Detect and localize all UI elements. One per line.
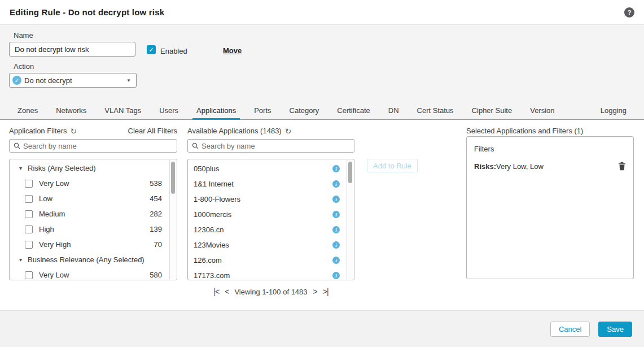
selected-filter-value: Very Low, Low <box>496 162 544 171</box>
tab-certificate[interactable]: Certificate <box>337 101 370 119</box>
applications-search-input[interactable] <box>201 142 350 150</box>
tab-cert-status[interactable]: Cert Status <box>417 101 454 119</box>
clear-all-filters-link[interactable]: Clear All Filters <box>128 127 177 135</box>
chevron-down-icon: ▾ <box>19 166 22 171</box>
tab-zones[interactable]: Zones <box>17 101 38 119</box>
tab-ports[interactable]: Ports <box>254 101 271 119</box>
selected-applications-panel: Selected Applications and Filters (1) Fi… <box>466 127 634 279</box>
list-item[interactable]: 1&1 Internet i <box>188 176 354 192</box>
checkbox[interactable] <box>25 271 33 279</box>
chevron-down-icon: ▾ <box>19 257 22 263</box>
applications-search-box <box>187 139 354 153</box>
refresh-icon[interactable]: ↻ <box>285 127 292 135</box>
last-page-button[interactable]: >| <box>323 287 328 296</box>
name-label: Name <box>14 31 33 40</box>
tab-cipher-suite[interactable]: Cipher Suite <box>472 101 512 119</box>
tab-vlan-tags[interactable]: VLAN Tags <box>104 101 141 119</box>
action-label: Action <box>14 62 34 71</box>
application-filters-title: Application Filters <box>9 127 67 135</box>
filter-count: 580 <box>150 271 162 279</box>
filter-item-low: Low 454 <box>10 191 177 206</box>
scrollbar[interactable] <box>347 160 353 279</box>
tab-version[interactable]: Version <box>530 101 554 119</box>
filter-count: 282 <box>150 210 162 218</box>
dialog-footer: Cancel Save <box>0 310 644 347</box>
filter-item-medium: Medium 282 <box>10 206 177 222</box>
info-icon[interactable]: i <box>332 211 340 218</box>
trash-icon[interactable] <box>618 162 626 171</box>
filter-group-risks[interactable]: ▾ Risks (Any Selected) <box>10 161 177 176</box>
tab-logging[interactable]: Logging <box>601 101 627 119</box>
filter-count: 538 <box>150 179 162 188</box>
info-icon[interactable]: i <box>332 196 340 203</box>
filter-count: 454 <box>150 194 162 203</box>
scrollbar-thumb[interactable] <box>171 162 175 194</box>
list-item[interactable]: 050plus i <box>188 161 354 176</box>
enabled-label: Enabled <box>160 47 187 55</box>
available-applications-title: Available Applications (1483) <box>187 127 282 135</box>
scrollbar-thumb[interactable] <box>348 162 352 183</box>
first-page-button[interactable]: |< <box>213 287 219 296</box>
filter-item-very-high: Very High 70 <box>10 237 177 252</box>
tab-applications[interactable]: Applications <box>196 101 236 119</box>
help-icon[interactable]: ? <box>624 7 634 18</box>
selected-applications-title: Selected Applications and Filters (1) <box>466 127 583 135</box>
filters-search-box <box>9 139 177 153</box>
rule-tabs: Zones Networks VLAN Tags Users Applicati… <box>0 101 644 119</box>
save-button[interactable]: Save <box>598 322 632 337</box>
add-to-rule-button[interactable]: Add to Rule <box>367 159 418 172</box>
application-filters-panel: Application Filters ↻ Clear All Filters … <box>9 127 177 280</box>
checkbox[interactable] <box>25 210 33 218</box>
list-item[interactable]: 1000mercis i <box>188 207 354 222</box>
tab-users[interactable]: Users <box>159 101 178 119</box>
dialog-title: Editing Rule - Do not decrypt low risk <box>10 7 164 17</box>
tab-networks[interactable]: Networks <box>56 101 86 119</box>
enabled-checkbox[interactable]: ✓ <box>147 45 156 54</box>
info-icon[interactable]: i <box>332 226 340 233</box>
list-item[interactable]: 126.com i <box>188 253 354 268</box>
info-icon[interactable]: i <box>332 180 340 188</box>
checkbox[interactable] <box>25 195 33 203</box>
scrollbar[interactable] <box>169 160 176 279</box>
list-item[interactable]: 123Movies i <box>188 237 354 253</box>
info-icon[interactable]: i <box>332 257 340 264</box>
tab-category[interactable]: Category <box>290 101 319 119</box>
tab-dn[interactable]: DN <box>388 101 399 119</box>
cancel-button[interactable]: Cancel <box>550 322 590 337</box>
filter-count: 70 <box>154 240 162 249</box>
filter-count: 139 <box>150 225 162 233</box>
filters-search-input[interactable] <box>23 142 173 150</box>
filter-group-business-relevance[interactable]: ▾ Business Relevance (Any Selected) <box>10 252 177 267</box>
available-applications-panel: Available Applications (1483) ↻ 050plus … <box>187 127 354 296</box>
info-icon[interactable]: i <box>332 165 340 172</box>
do-not-decrypt-icon: ✓ <box>12 76 21 85</box>
filters-listbox: ▾ Risks (Any Selected) Very Low 538 Low … <box>9 159 177 280</box>
rule-name-input[interactable] <box>9 42 135 57</box>
filter-item-br-very-low: Very Low 580 <box>10 267 177 280</box>
action-select[interactable]: ✓ Do not decrypt ▼ <box>9 73 137 88</box>
selected-filter-key: Risks: <box>474 162 496 171</box>
pagination-status: Viewing 1-100 of 1483 <box>234 288 307 296</box>
list-item[interactable]: 1-800-Flowers i <box>188 192 354 207</box>
list-item[interactable]: 12306.cn i <box>188 222 354 237</box>
selected-listbox: Filters Risks: Very Low, Low <box>466 136 634 279</box>
selected-group-label: Filters <box>474 145 626 153</box>
list-item[interactable]: 17173.com i <box>188 268 354 280</box>
action-value: Do not decrypt <box>24 76 72 85</box>
applications-listbox: 050plus i 1&1 Internet i 1-800-Flowers i… <box>187 159 354 280</box>
move-link[interactable]: Move <box>223 46 242 55</box>
filter-item-high: High 139 <box>10 222 177 237</box>
checkbox[interactable] <box>25 241 33 249</box>
checkbox[interactable] <box>25 180 33 188</box>
pagination: |< < Viewing 1-100 of 1483 > >| <box>187 287 354 296</box>
refresh-icon[interactable]: ↻ <box>71 127 77 135</box>
selected-filter-row: Risks: Very Low, Low <box>474 162 626 171</box>
checkbox[interactable] <box>25 225 33 233</box>
info-icon[interactable]: i <box>332 272 340 279</box>
prev-page-button[interactable]: < <box>225 287 229 296</box>
info-icon[interactable]: i <box>332 241 340 249</box>
search-icon <box>192 142 199 149</box>
dialog-titlebar: Editing Rule - Do not decrypt low risk ? <box>0 0 644 25</box>
rule-form-area: Name ✓ Enabled Move Action ✓ Do not decr… <box>0 25 644 120</box>
next-page-button[interactable]: > <box>313 287 317 296</box>
